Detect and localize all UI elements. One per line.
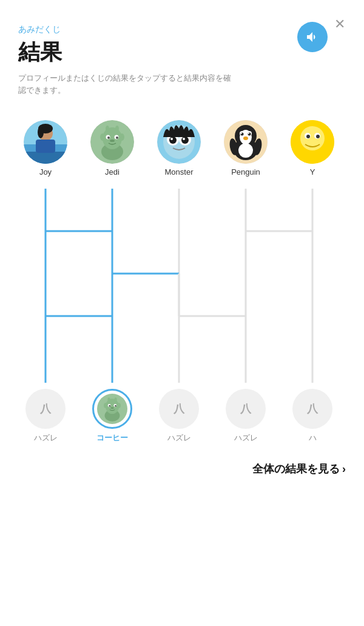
result-item-hazure4[interactable]: 八 ハ (279, 389, 346, 443)
description-text: プロフィールまたはくじの結果をタップすると結果内容を確認できます。 (18, 72, 237, 96)
svg-point-6 (38, 126, 44, 138)
svg-point-18 (115, 126, 119, 132)
result-icon-hazure1: 八 (40, 402, 51, 416)
svg-point-16 (120, 133, 124, 141)
penguin-avatar-image (224, 120, 268, 164)
svg-point-24 (181, 136, 189, 144)
result-icon-hazure2: 八 (174, 402, 184, 416)
result-circle-hazure1[interactable]: 八 (25, 389, 66, 429)
svg-point-9 (103, 127, 122, 149)
jedi-result-icon (97, 394, 127, 424)
page-title: 結果 (18, 38, 346, 67)
svg-point-23 (169, 136, 177, 144)
svg-point-60 (106, 399, 119, 414)
avatar-jedi[interactable] (90, 120, 134, 164)
view-all-label: 全体の結果を見る (252, 462, 340, 476)
avatar-monster[interactable] (157, 120, 201, 164)
avatars-section: Joy (0, 108, 364, 183)
avatar-joy[interactable] (24, 120, 67, 164)
avatar-item-monster[interactable]: Monster (146, 120, 212, 177)
sound-icon (305, 30, 320, 44)
svg-point-35 (248, 133, 251, 136)
monster-avatar-image (157, 120, 201, 164)
svg-rect-2 (24, 152, 67, 164)
header: あみだくじ 結果 プロフィールまたはくじの結果をタップすると結果内容を確認できま… (0, 0, 364, 108)
subtitle: あみだくじ (18, 24, 346, 35)
result-label-hazure4: ハ (309, 432, 317, 443)
svg-point-13 (116, 136, 118, 139)
avatar-label-yellow: Y (310, 167, 315, 177)
svg-point-17 (106, 126, 109, 132)
avatar-item-yellow[interactable]: Y (279, 120, 346, 177)
result-label-hazure3: ハズレ (234, 432, 258, 443)
yellow-avatar-image (291, 120, 334, 164)
svg-point-46 (316, 135, 320, 138)
svg-point-38 (243, 136, 248, 140)
result-icon-hazure4: 八 (307, 402, 318, 416)
svg-point-63 (109, 405, 110, 407)
result-label-hazure2: ハズレ (167, 432, 191, 443)
svg-point-65 (110, 407, 114, 409)
result-icon-hazure3: 八 (240, 402, 251, 416)
result-label-hazure1: ハズレ (34, 432, 58, 443)
lottery-grid (0, 189, 364, 383)
svg-point-45 (306, 135, 310, 138)
avatar-label-jedi: Jedi (105, 167, 120, 177)
view-all-button[interactable]: 全体の結果を見る › (252, 462, 346, 476)
avatar-item-penguin[interactable]: Penguin (212, 120, 279, 177)
svg-point-34 (241, 133, 244, 136)
result-circle-coffee[interactable] (92, 389, 132, 429)
avatar-item-joy[interactable]: Joy (12, 120, 79, 177)
avatar-penguin[interactable] (224, 120, 268, 164)
close-icon: ✕ (334, 16, 345, 32)
svg-point-66 (104, 403, 107, 408)
avatar-label-monster: Monster (165, 167, 194, 177)
svg-point-64 (115, 405, 116, 407)
joy-avatar-image (24, 120, 67, 164)
svg-point-37 (248, 133, 249, 134)
result-item-hazure2[interactable]: 八 ハズレ (146, 389, 212, 443)
result-item-hazure3[interactable]: 八 ハズレ (212, 389, 279, 443)
svg-point-68 (107, 397, 110, 402)
svg-point-30 (238, 143, 253, 158)
svg-point-69 (114, 397, 116, 402)
lottery-section (0, 189, 364, 383)
footer: 全体の結果を見る › (0, 443, 364, 488)
result-circle-hazure2[interactable]: 八 (159, 389, 199, 429)
svg-point-67 (117, 403, 121, 408)
result-item-hazure1[interactable]: 八 ハズレ (12, 389, 79, 443)
avatar-item-jedi[interactable]: Jedi (79, 120, 146, 177)
results-section: 八 ハズレ (0, 383, 364, 443)
result-item-coffee[interactable]: コーヒー (79, 389, 146, 443)
svg-point-14 (110, 140, 115, 142)
sound-button[interactable] (297, 22, 328, 52)
results-row: 八 ハズレ (0, 389, 364, 443)
svg-point-12 (107, 136, 110, 139)
svg-rect-4 (36, 140, 55, 153)
result-circle-hazure3[interactable]: 八 (226, 389, 266, 429)
avatar-label-joy: Joy (39, 167, 52, 177)
close-button[interactable]: ✕ (330, 15, 349, 34)
result-circle-hazure4[interactable]: 八 (292, 389, 332, 429)
result-label-coffee: コーヒー (96, 432, 128, 443)
jedi-avatar-image (90, 120, 134, 164)
svg-point-36 (241, 133, 242, 134)
avatar-yellow[interactable] (291, 120, 334, 164)
avatars-row: Joy (0, 120, 364, 177)
svg-point-25 (170, 138, 173, 140)
svg-point-15 (100, 133, 105, 141)
avatar-label-penguin: Penguin (231, 167, 260, 177)
chevron-icon: › (342, 463, 346, 476)
svg-point-26 (183, 138, 185, 140)
